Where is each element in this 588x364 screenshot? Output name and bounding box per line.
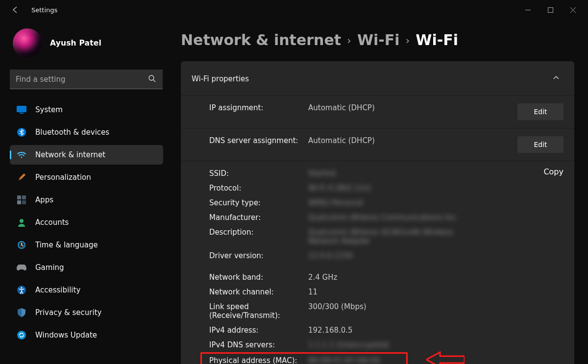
speed-value: 300/300 (Mbps) xyxy=(308,302,564,311)
mac-label: Physical address (MAC): xyxy=(192,356,308,364)
chevron-up-icon xyxy=(553,74,560,83)
close-button[interactable] xyxy=(562,2,584,18)
svg-point-18 xyxy=(21,287,22,289)
arrow-left-icon xyxy=(11,6,19,14)
row-manufacturer: Manufacturer: Qualcomm Atheros Communica… xyxy=(181,210,574,225)
sidebar-item-personalization[interactable]: Personalization xyxy=(10,168,163,187)
driver-value: 12.0.0.1159 xyxy=(308,251,564,260)
page-title: Wi-Fi xyxy=(416,31,458,49)
sidebar-item-apps[interactable]: Apps xyxy=(10,190,163,210)
row-band: Network band: 2.4 GHz xyxy=(181,270,574,285)
sidebar-item-label: Privacy & security xyxy=(35,308,101,317)
apps-icon xyxy=(17,195,26,205)
row-ssid: SSID: Starlink xyxy=(181,166,574,181)
row-ip-assignment: IP assignment: Automatic (DHCP) Edit xyxy=(181,96,574,128)
svg-rect-7 xyxy=(20,113,24,114)
svg-rect-10 xyxy=(17,195,21,199)
chevron-right-icon: › xyxy=(406,34,410,47)
sidebar-item-accessibility[interactable]: Accessibility xyxy=(10,280,163,300)
sidebar-item-label: Apps xyxy=(35,195,53,204)
row-protocol: Protocol: Wi-Fi 4 (802.11n) xyxy=(181,181,574,195)
shield-icon xyxy=(17,308,26,317)
sidebar-item-label: Accounts xyxy=(35,218,69,227)
person-icon xyxy=(17,218,26,227)
ipv4-label: IPv4 address: xyxy=(192,326,308,335)
profile[interactable]: Ayush Patel xyxy=(10,28,163,58)
wifi-properties-card: Wi-Fi properties IP assignment: Automati… xyxy=(181,61,574,364)
sidebar-item-accounts[interactable]: Accounts xyxy=(10,213,163,232)
svg-rect-6 xyxy=(17,106,26,112)
sidebar-item-update[interactable]: Windows Update xyxy=(10,325,163,345)
sidebar-item-label: Gaming xyxy=(35,263,64,272)
minimize-icon xyxy=(525,7,531,13)
channel-label: Network channel: xyxy=(192,288,308,296)
band-value: 2.4 GHz xyxy=(308,273,564,282)
sidebar-item-network[interactable]: Network & internet xyxy=(10,145,163,165)
window-controls xyxy=(516,2,584,18)
close-icon xyxy=(570,7,576,13)
nav: System Bluetooth & devices Network & int… xyxy=(10,100,163,348)
ipv4-value: 192.168.0.5 xyxy=(308,326,564,335)
gamepad-icon xyxy=(17,263,26,272)
ssid-value: Starlink xyxy=(308,169,564,178)
card-header[interactable]: Wi-Fi properties xyxy=(181,61,574,95)
security-label: Security type: xyxy=(192,198,308,207)
svg-point-19 xyxy=(17,331,26,340)
accessibility-icon xyxy=(17,285,26,295)
wifi-icon xyxy=(17,150,26,160)
row-security: Security type: WPA2-Personal xyxy=(181,195,574,210)
profile-name: Ayush Patel xyxy=(50,39,101,48)
svg-rect-11 xyxy=(22,195,26,199)
svg-line-5 xyxy=(153,80,155,82)
titlebar-left: Settings xyxy=(10,4,57,15)
sidebar-item-label: System xyxy=(35,105,63,114)
row-ipv4-dns: IPv4 DNS servers: 1.1.1.1 (Unencrypted) xyxy=(181,338,574,352)
sidebar-item-system[interactable]: System xyxy=(10,100,163,120)
avatar xyxy=(13,28,42,58)
ipv4dns-label: IPv4 DNS servers: xyxy=(192,340,308,349)
svg-rect-13 xyxy=(22,200,26,204)
manufacturer-label: Manufacturer: xyxy=(192,213,308,222)
sidebar-item-label: Accessibility xyxy=(35,286,80,294)
row-speed: Link speed (Receive/Transmit): 300/300 (… xyxy=(181,299,574,323)
description-label: Description: xyxy=(192,228,308,237)
svg-rect-1 xyxy=(548,7,553,12)
sidebar-item-privacy[interactable]: Privacy & security xyxy=(10,303,163,322)
crumb-wifi[interactable]: Wi-Fi xyxy=(357,31,400,49)
ip-assignment-label: IP assignment: xyxy=(192,103,308,112)
search-input[interactable] xyxy=(10,70,163,89)
maximize-button[interactable] xyxy=(539,2,562,18)
ip-assignment-value: Automatic (DHCP) xyxy=(308,103,510,112)
maximize-icon xyxy=(548,7,553,13)
content: Network & internet › Wi-Fi › Wi-Fi Wi-Fi… xyxy=(169,20,588,364)
row-channel: Network channel: 11 xyxy=(181,285,574,299)
security-value: WPA2-Personal xyxy=(308,198,564,207)
svg-rect-12 xyxy=(17,200,21,204)
breadcrumb: Network & internet › Wi-Fi › Wi-Fi xyxy=(181,31,574,49)
sidebar-item-bluetooth[interactable]: Bluetooth & devices xyxy=(10,122,163,142)
crumb-network[interactable]: Network & internet xyxy=(181,31,341,49)
svg-point-14 xyxy=(20,219,24,223)
edit-ip-button[interactable]: Edit xyxy=(517,103,564,120)
sidebar-item-label: Bluetooth & devices xyxy=(35,128,109,137)
sidebar-item-time[interactable]: Time & language xyxy=(10,235,163,255)
ssid-label: SSID: xyxy=(192,169,308,178)
minimize-button[interactable] xyxy=(516,2,539,18)
bluetooth-icon xyxy=(17,127,26,137)
titlebar: Settings xyxy=(0,0,588,20)
description-value: Qualcomm Atheros QCA61x4A Wireless Netwo… xyxy=(308,228,455,245)
system-icon xyxy=(17,105,26,115)
search-icon xyxy=(148,74,156,84)
sidebar-item-label: Time & language xyxy=(35,241,98,249)
svg-point-4 xyxy=(149,75,154,80)
brush-icon xyxy=(17,172,26,182)
band-label: Network band: xyxy=(192,273,308,282)
protocol-value: Wi-Fi 4 (802.11n) xyxy=(308,184,564,193)
channel-value: 11 xyxy=(308,288,564,296)
sidebar-item-gaming[interactable]: Gaming xyxy=(10,258,163,277)
edit-dns-button[interactable]: Edit xyxy=(517,136,564,153)
back-button[interactable] xyxy=(10,4,21,15)
dns-assignment-label: DNS server assignment: xyxy=(192,136,308,145)
row-dns-assignment: DNS server assignment: Automatic (DHCP) … xyxy=(181,128,574,161)
sidebar: Ayush Patel System Bluetooth & devices N… xyxy=(0,20,169,364)
